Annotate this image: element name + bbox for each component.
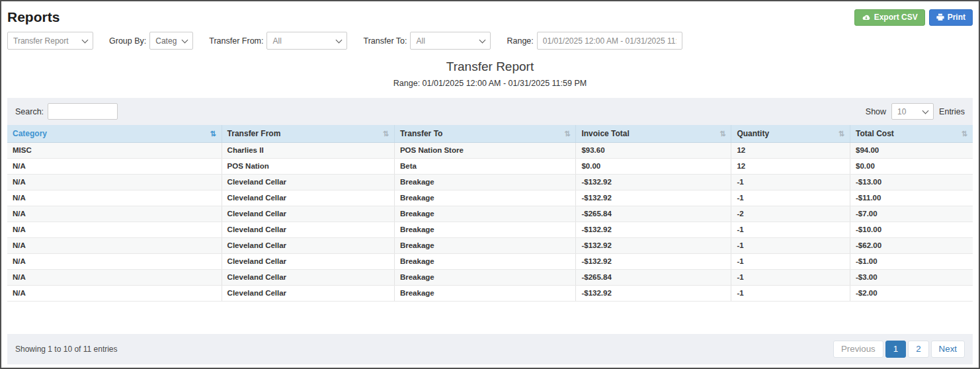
table-cell: Breakage (394, 270, 575, 286)
table-cell: -1 (731, 190, 850, 206)
table-cell: -$10.00 (850, 222, 973, 238)
report-subtitle: Range: 01/01/2025 12:00 AM - 01/31/2025 … (7, 78, 973, 89)
export-csv-label: Export CSV (874, 13, 918, 22)
print-label: Print (948, 13, 965, 22)
table-cell: Breakage (394, 175, 575, 190)
table-cell: N/A (7, 254, 222, 270)
table-cell: -$62.00 (850, 238, 973, 254)
table-cell: Breakage (394, 190, 575, 206)
search-label: Search: (15, 107, 44, 116)
column-header-label: Transfer To (400, 129, 442, 138)
table-cell: Cleveland Cellar (222, 222, 394, 238)
transfer-from-select[interactable]: All (266, 32, 347, 50)
table-cell: -$3.00 (850, 270, 973, 286)
column-header-transfer-to[interactable]: Transfer To⇅ (394, 125, 575, 143)
column-header-label: Category (13, 129, 47, 138)
group-by-select-wrap: Category (149, 32, 193, 50)
group-by-label: Group By: (109, 36, 146, 46)
table-row: N/ACleveland CellarBreakage-$132.92-1-$1… (7, 254, 973, 270)
column-header-label: Invoice Total (581, 129, 629, 138)
table-cell: Breakage (394, 238, 575, 254)
print-button[interactable]: Print (929, 9, 973, 26)
column-header-total-cost[interactable]: Total Cost⇅ (850, 125, 973, 143)
table-cell: -1 (731, 286, 850, 302)
column-header-quantity[interactable]: Quantity⇅ (731, 125, 850, 143)
show-label: Show (866, 107, 886, 116)
table-cell: -$132.92 (576, 286, 731, 302)
table-cell: -$132.92 (576, 238, 731, 254)
table-cell: -$2.00 (850, 286, 973, 302)
table-cell: $0.00 (850, 159, 973, 175)
sort-icon: ⇅ (210, 129, 216, 138)
table-cell: N/A (7, 206, 222, 222)
table-cell: N/A (7, 270, 222, 286)
table-cell: $94.00 (850, 143, 973, 159)
table-footer: Showing 1 to 10 of 11 entries Previous 1… (7, 334, 973, 364)
topbar-buttons: Export CSV Print (854, 9, 973, 26)
table-cell: -1 (731, 175, 850, 190)
table-cell: Cleveland Cellar (222, 175, 394, 190)
table-cell: N/A (7, 159, 222, 175)
table-cell: Breakage (394, 254, 575, 270)
table-cell: -$132.92 (576, 222, 731, 238)
table-cell: -1 (731, 270, 850, 286)
transfer-from-label: Transfer From: (209, 36, 263, 46)
search-input[interactable] (48, 103, 118, 120)
pagination-next[interactable]: Next (931, 341, 965, 358)
export-csv-button[interactable]: Export CSV (854, 9, 925, 26)
table-cell: $0.00 (576, 159, 731, 175)
table-cell: 12 (731, 159, 850, 175)
entries-label: Entries (939, 107, 965, 116)
table-cell: N/A (7, 286, 222, 302)
column-header-category[interactable]: Category⇅ (7, 125, 222, 143)
table-cell: Charlies II (222, 143, 394, 159)
reports-page: Reports Export CSV Print Transfer Report (0, 0, 980, 369)
column-header-transfer-from[interactable]: Transfer From⇅ (222, 125, 394, 143)
table-row: N/ACleveland CellarBreakage-$132.92-1-$1… (7, 175, 973, 190)
pagination-page-1[interactable]: 1 (885, 341, 906, 358)
range-label: Range: (507, 36, 533, 46)
pagination-previous[interactable]: Previous (833, 341, 883, 358)
spacer (7, 302, 973, 334)
printer-icon (936, 13, 944, 21)
table-cell: N/A (7, 238, 222, 254)
table-header-row: Category⇅Transfer From⇅Transfer To⇅Invoi… (7, 125, 973, 143)
table-cell: MISC (7, 143, 222, 159)
table-cell: Cleveland Cellar (222, 238, 394, 254)
table-row: N/ACleveland CellarBreakage-$132.92-1-$2… (7, 286, 973, 302)
table-cell: -$132.92 (576, 254, 731, 270)
table-cell: $93.60 (576, 143, 731, 159)
report-type-select[interactable]: Transfer Report (7, 32, 93, 50)
pagination-page-2[interactable]: 2 (908, 341, 928, 358)
sort-icon: ⇅ (961, 129, 967, 138)
table-cell: Cleveland Cellar (222, 286, 394, 302)
transfer-to-label: Transfer To: (363, 36, 407, 46)
column-header-label: Transfer From (227, 129, 281, 138)
transfer-to-select[interactable]: All (410, 32, 491, 50)
transfer-from-select-wrap: All (266, 32, 347, 50)
table-cell: POS Nation (222, 159, 394, 175)
table-cell: -$13.00 (850, 175, 973, 190)
range-input[interactable] (537, 32, 682, 50)
table-cell: Cleveland Cellar (222, 270, 394, 286)
table-row: N/ACleveland CellarBreakage-$132.92-1-$1… (7, 190, 973, 206)
group-by-select[interactable]: Category (149, 32, 193, 50)
table-cell: Breakage (394, 222, 575, 238)
table-cell: Cleveland Cellar (222, 254, 394, 270)
pagination: Previous 12 Next (833, 341, 965, 358)
show-entries-wrap: Show 10 Entries (866, 103, 965, 120)
sort-icon: ⇅ (838, 129, 844, 138)
report-header: Transfer Report Range: 01/01/2025 12:00 … (7, 59, 973, 89)
table-cell: -$265.84 (576, 270, 731, 286)
table-row: N/ACleveland CellarBreakage-$265.84-2-$7… (7, 206, 973, 222)
sort-icon: ⇅ (383, 129, 389, 138)
table-cell: -1 (731, 254, 850, 270)
column-header-invoice-total[interactable]: Invoice Total⇅ (576, 125, 731, 143)
table-cell: N/A (7, 175, 222, 190)
table-cell: -$7.00 (850, 206, 973, 222)
table-cell: -$1.00 (850, 254, 973, 270)
show-entries-select[interactable]: 10 (891, 103, 934, 120)
transfer-to-select-wrap: All (410, 32, 491, 50)
column-header-label: Quantity (737, 129, 769, 138)
table-cell: -1 (731, 238, 850, 254)
